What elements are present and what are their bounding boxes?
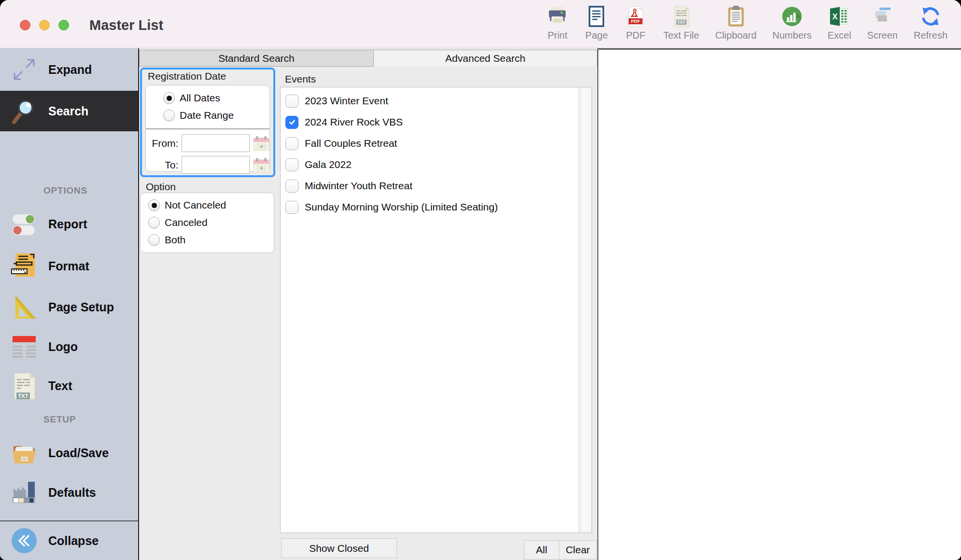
event-label: Midwinter Youth Retreat: [305, 180, 412, 192]
numbers-chart-icon: [780, 5, 804, 28]
date-range-radio[interactable]: [163, 110, 175, 121]
event-checkbox[interactable]: [285, 95, 298, 108]
clear-button[interactable]: Clear: [559, 540, 597, 560]
sidebar-section-options: OPTIONS: [43, 185, 87, 196]
radio-label: Canceled: [165, 217, 208, 228]
event-label: Fall Couples Retreat: [305, 138, 397, 149]
event-row[interactable]: 2024 River Rock VBS: [281, 112, 592, 133]
sidebar-item-label: Search: [48, 104, 88, 118]
txt-document-icon: TXT: [8, 370, 41, 401]
sidebar-item-label: Logo: [48, 340, 78, 354]
event-checkbox[interactable]: [285, 158, 298, 171]
sidebar-section-setup: SETUP: [43, 414, 76, 425]
sidebar-item-label: Defaults: [48, 486, 96, 500]
toolbar-item-label: Page: [585, 30, 608, 41]
from-date-row: From:: [146, 132, 269, 154]
radio-row-canceled[interactable]: Canceled: [141, 214, 274, 231]
all-dates-radio[interactable]: [163, 92, 175, 104]
both-radio[interactable]: [148, 234, 160, 246]
radio-row-not-canceled[interactable]: Not Canceled: [141, 196, 274, 214]
event-checkbox[interactable]: [285, 180, 298, 193]
numbers-button[interactable]: Numbers: [773, 5, 812, 41]
clipboard-icon: [724, 5, 748, 28]
canceled-radio[interactable]: [148, 217, 160, 228]
to-date-row: To:: [146, 154, 269, 176]
to-calendar-icon[interactable]: [253, 157, 269, 173]
sidebar-item-search[interactable]: Search: [0, 91, 138, 131]
page-icon: [585, 5, 608, 28]
main-area: Standard Search Advanced Search Registra…: [139, 48, 961, 560]
traffic-lights: [20, 20, 69, 30]
event-row[interactable]: Midwinter Youth Retreat: [281, 175, 592, 196]
event-label: Gala 2022: [305, 159, 352, 170]
separator: [146, 128, 269, 129]
tab-advanced-search[interactable]: Advanced Search: [373, 50, 597, 67]
all-label: All: [536, 544, 547, 556]
tab-standard-search[interactable]: Standard Search: [139, 50, 373, 67]
excel-icon: X: [828, 5, 851, 28]
toolbar-item-label: PDF: [626, 30, 645, 41]
event-checkbox[interactable]: [285, 201, 298, 214]
radio-label: All Dates: [180, 92, 220, 104]
page-button[interactable]: Page: [585, 5, 608, 41]
event-checkbox[interactable]: [285, 137, 298, 150]
toolbar-item-label: Refresh: [914, 30, 947, 41]
txt-badge-text: TXT: [678, 20, 686, 25]
sidebar-item-load-save[interactable]: Load/Save: [0, 433, 138, 473]
toolbar-item-label: Screen: [867, 30, 898, 41]
option-groupbox: Not Canceled Canceled Both: [140, 193, 274, 253]
registration-date-panel: Registration Date All Dates Date Range F…: [140, 68, 275, 177]
not-canceled-radio[interactable]: [148, 199, 160, 211]
print-button[interactable]: Print: [546, 5, 569, 41]
refresh-button[interactable]: Refresh: [914, 5, 947, 41]
to-date-input[interactable]: [182, 156, 250, 174]
pdf-file-icon: PDF: [624, 5, 647, 28]
events-scrollbar[interactable]: [579, 87, 592, 532]
event-label: 2023 Winter Event: [305, 95, 388, 107]
sidebar-item-logo[interactable]: Logo: [0, 327, 138, 366]
sidebar-item-collapse[interactable]: Collapse: [0, 521, 138, 560]
toolbar-item-label: Print: [548, 30, 567, 41]
search-tabbar: Standard Search Advanced Search: [139, 50, 597, 67]
radio-row-date-range[interactable]: Date Range: [146, 107, 269, 124]
magnifier-icon: [8, 96, 41, 126]
toolbar-item-label: Clipboard: [715, 30, 757, 41]
minimize-window-button[interactable]: [39, 20, 50, 30]
sidebar-item-defaults[interactable]: Defaults: [0, 473, 138, 512]
event-row[interactable]: Fall Couples Retreat: [281, 133, 592, 154]
sidebar-item-report[interactable]: Report: [0, 203, 138, 245]
sidebar-item-text[interactable]: TXT Text: [0, 366, 138, 406]
excel-button[interactable]: X Excel: [828, 5, 851, 41]
event-label: Sunday Morning Worship (Limited Seating): [305, 201, 498, 213]
zoom-window-button[interactable]: [58, 20, 69, 30]
clear-label: Clear: [565, 544, 590, 556]
excel-badge-text: X: [833, 12, 838, 21]
sidebar-item-expand[interactable]: Expand: [0, 48, 138, 91]
registration-date-label: Registration Date: [148, 70, 226, 82]
radio-row-all-dates[interactable]: All Dates: [146, 89, 269, 107]
event-row[interactable]: 2023 Winter Event: [281, 90, 592, 112]
tab-label: Advanced Search: [445, 53, 525, 64]
sidebar-item-page-setup[interactable]: Page Setup: [0, 287, 138, 327]
format-document-icon: [8, 251, 41, 281]
event-checkbox[interactable]: [285, 116, 298, 129]
screen-button[interactable]: Screen: [867, 5, 898, 41]
select-all-button[interactable]: All: [524, 540, 559, 560]
toggles-icon: [8, 209, 41, 239]
to-label: To:: [146, 159, 178, 171]
clipboard-button[interactable]: Clipboard: [715, 5, 757, 41]
from-calendar-icon[interactable]: [253, 136, 269, 151]
sidebar-item-format[interactable]: Format: [0, 245, 138, 287]
from-date-input[interactable]: [182, 134, 250, 152]
text-file-button[interactable]: TXT Text File: [663, 5, 699, 41]
event-row[interactable]: Gala 2022: [281, 154, 592, 175]
radio-row-both[interactable]: Both: [141, 231, 274, 249]
radio-label: Not Canceled: [165, 199, 226, 211]
sidebar-item-label: Page Setup: [48, 300, 114, 314]
pdf-button[interactable]: PDF PDF: [624, 5, 647, 41]
close-window-button[interactable]: [20, 20, 30, 30]
sidebar-item-label: Load/Save: [48, 446, 109, 460]
event-row[interactable]: Sunday Morning Worship (Limited Seating): [281, 196, 592, 218]
show-closed-button[interactable]: Show Closed: [281, 538, 397, 558]
screen-windows-icon: [871, 5, 894, 28]
